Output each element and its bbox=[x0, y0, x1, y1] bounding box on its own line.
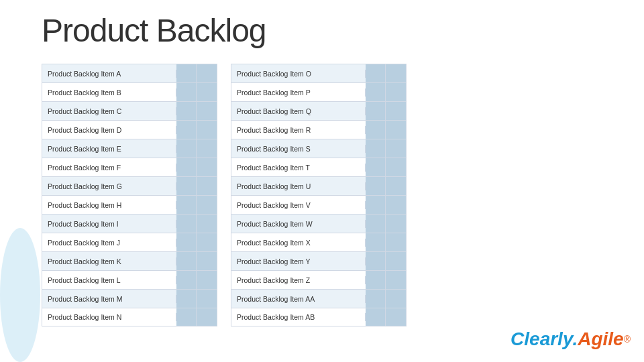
cell-box bbox=[386, 252, 406, 270]
cell-box bbox=[176, 271, 197, 289]
cell-box bbox=[197, 102, 217, 120]
cell-label: Product Backlog Item AB bbox=[231, 313, 366, 321]
logo-agile: Agile bbox=[578, 328, 623, 350]
table-row: Product Backlog Item K bbox=[42, 251, 217, 270]
cell-box bbox=[197, 252, 217, 270]
table-row: Product Backlog Item T bbox=[231, 158, 407, 176]
cell-box bbox=[176, 158, 197, 176]
cell-box bbox=[197, 233, 217, 251]
cell-label: Product Backlog Item G bbox=[42, 182, 176, 190]
svg-point-0 bbox=[0, 228, 40, 362]
cell-box bbox=[176, 215, 197, 233]
cell-label: Product Backlog Item L bbox=[42, 276, 176, 284]
cell-box bbox=[176, 308, 197, 326]
cell-box bbox=[176, 252, 197, 270]
table-row: Product Backlog Item X bbox=[231, 233, 407, 251]
cell-box bbox=[176, 102, 197, 120]
table-row: Product Backlog Item B bbox=[42, 82, 217, 101]
logo-clearly: Clearly. bbox=[511, 328, 578, 350]
cell-box bbox=[197, 83, 217, 101]
cell-box bbox=[366, 290, 386, 308]
cell-label: Product Backlog Item R bbox=[231, 126, 366, 134]
table-row: Product Backlog Item I bbox=[42, 214, 217, 233]
cell-box bbox=[176, 121, 197, 139]
table-row: Product Backlog Item M bbox=[42, 289, 217, 308]
cell-box bbox=[386, 177, 406, 195]
cell-label: Product Backlog Item S bbox=[231, 145, 366, 153]
cell-label: Product Backlog Item V bbox=[231, 201, 366, 209]
table-row: Product Backlog Item P bbox=[231, 82, 407, 101]
cell-label: Product Backlog Item U bbox=[231, 182, 366, 190]
cell-box bbox=[366, 83, 386, 101]
table-row: Product Backlog Item AB bbox=[231, 308, 407, 326]
cell-label: Product Backlog Item I bbox=[42, 220, 176, 228]
cell-box bbox=[366, 308, 386, 326]
cell-box bbox=[386, 215, 406, 233]
cell-box bbox=[386, 64, 406, 82]
table-row: Product Backlog Item U bbox=[231, 176, 407, 195]
cell-box bbox=[176, 177, 197, 195]
brand-logo: Clearly. Agile ® bbox=[511, 328, 631, 350]
cell-box bbox=[386, 121, 406, 139]
table-row: Product Backlog Item V bbox=[231, 195, 407, 214]
cell-box bbox=[197, 215, 217, 233]
cell-box bbox=[366, 64, 386, 82]
cell-label: Product Backlog Item H bbox=[42, 201, 176, 209]
left-column: Product Backlog Item AProduct Backlog It… bbox=[42, 64, 217, 326]
cell-box bbox=[176, 83, 197, 101]
cell-box bbox=[197, 64, 217, 82]
cell-label: Product Backlog Item T bbox=[231, 164, 366, 172]
table-row: Product Backlog Item L bbox=[42, 270, 217, 289]
cell-box bbox=[176, 233, 197, 251]
cell-label: Product Backlog Item C bbox=[42, 107, 176, 115]
table-row: Product Backlog Item N bbox=[42, 308, 217, 326]
cell-box bbox=[176, 196, 197, 214]
cell-box bbox=[197, 158, 217, 176]
cell-box bbox=[386, 290, 406, 308]
cell-box bbox=[197, 196, 217, 214]
cell-label: Product Backlog Item N bbox=[42, 313, 176, 321]
cell-box bbox=[366, 233, 386, 251]
cell-box bbox=[386, 233, 406, 251]
cell-box bbox=[176, 290, 197, 308]
cell-label: Product Backlog Item X bbox=[231, 239, 366, 247]
table-row: Product Backlog Item F bbox=[42, 158, 217, 176]
cell-box bbox=[197, 139, 217, 158]
cell-box bbox=[176, 139, 197, 158]
cell-box bbox=[176, 64, 197, 82]
table-row: Product Backlog Item R bbox=[231, 120, 407, 139]
cell-box bbox=[386, 83, 406, 101]
cell-box bbox=[386, 308, 406, 326]
cell-label: Product Backlog Item Z bbox=[231, 276, 366, 284]
logo-registered: ® bbox=[624, 334, 631, 345]
cell-box bbox=[366, 271, 386, 289]
cell-label: Product Backlog Item AA bbox=[231, 295, 366, 303]
cell-label: Product Backlog Item A bbox=[42, 70, 176, 78]
cell-box bbox=[197, 121, 217, 139]
page-title: Product Backlog bbox=[42, 12, 266, 49]
cell-box bbox=[366, 196, 386, 214]
table-row: Product Backlog Item AA bbox=[231, 289, 407, 308]
cell-label: Product Backlog Item M bbox=[42, 295, 176, 303]
table-row: Product Backlog Item D bbox=[42, 120, 217, 139]
table-row: Product Backlog Item S bbox=[231, 139, 407, 158]
table-row: Product Backlog Item W bbox=[231, 214, 407, 233]
main-content: Product Backlog Item AProduct Backlog It… bbox=[42, 64, 407, 326]
cell-box bbox=[366, 158, 386, 176]
cell-box bbox=[366, 102, 386, 120]
cell-label: Product Backlog Item E bbox=[42, 145, 176, 153]
cell-box bbox=[366, 121, 386, 139]
cell-label: Product Backlog Item J bbox=[42, 239, 176, 247]
cell-box bbox=[197, 177, 217, 195]
cell-label: Product Backlog Item B bbox=[42, 88, 176, 97]
cell-label: Product Backlog Item W bbox=[231, 220, 366, 228]
cell-box bbox=[366, 252, 386, 270]
cell-box bbox=[366, 215, 386, 233]
cell-label: Product Backlog Item D bbox=[42, 126, 176, 134]
table-row: Product Backlog Item Z bbox=[231, 270, 407, 289]
table-row: Product Backlog Item Q bbox=[231, 101, 407, 120]
cell-box bbox=[197, 290, 217, 308]
table-row: Product Backlog Item A bbox=[42, 64, 217, 82]
cell-box bbox=[197, 271, 217, 289]
table-row: Product Backlog Item J bbox=[42, 233, 217, 251]
